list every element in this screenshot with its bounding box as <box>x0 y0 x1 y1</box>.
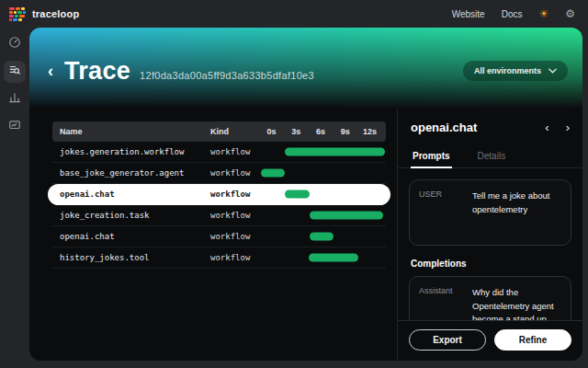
span-kind: workflow <box>210 253 258 262</box>
span-kind: workflow <box>210 211 258 220</box>
detail-body: USERTell me a joke about opentelemetryCo… <box>398 168 582 320</box>
role-label-user: USER <box>419 190 465 234</box>
span-name: openai.chat <box>52 232 210 241</box>
website-link[interactable]: Website <box>452 9 485 19</box>
span-kind: workflow <box>210 232 258 241</box>
spans-table: Name Kind 0s3s6s9s12s jokes.generation.w… <box>29 109 398 361</box>
message-text: Why did the Opentelemetry agent become a… <box>472 286 561 320</box>
span-name: joke_creation.task <box>52 211 210 220</box>
timeline-tick: 0s <box>267 127 277 136</box>
trace-id: 12f0da3da00a5ff9d3a633b5dfaf10e3 <box>140 70 314 81</box>
monitor-icon <box>8 119 21 135</box>
timeline-tick: 6s <box>316 127 325 136</box>
next-span-button[interactable]: › <box>566 121 570 134</box>
timeline-tick: 12s <box>363 127 377 136</box>
column-header-name: Name <box>52 127 210 136</box>
sidebar-item-traces[interactable] <box>4 61 26 83</box>
message-line: Tell me a joke about opentelemetry <box>472 190 561 216</box>
page-title: Trace <box>64 57 130 86</box>
docs-link[interactable]: Docs <box>502 9 523 19</box>
brand-name: traceloop <box>32 8 79 19</box>
span-timeline-lane <box>258 226 386 247</box>
gear-icon[interactable]: ⚙ <box>565 8 575 19</box>
sidebar-item-analytics[interactable] <box>4 88 26 110</box>
refine-button[interactable]: Refine <box>494 329 571 351</box>
span-row[interactable]: openai.chatworkflow <box>48 184 390 205</box>
role-label-assistant: Assistant <box>419 286 465 320</box>
span-duration-bar[interactable] <box>310 233 334 241</box>
span-timeline-lane <box>258 142 386 162</box>
trace-header: ‹ Trace 12f0da3da00a5ff9d3a633b5dfaf10e3… <box>29 28 582 109</box>
span-kind: workflow <box>210 147 258 156</box>
span-timeline-lane <box>258 247 386 268</box>
tab-details[interactable]: Details <box>476 145 508 167</box>
span-row[interactable]: openai.chatworkflow <box>52 226 386 247</box>
message-line: Why did the Opentelemetry agent become a… <box>472 286 561 320</box>
span-row[interactable]: base_joke_generator.agentworkflow <box>52 163 386 184</box>
message-text: Tell me a joke about opentelemetry <box>472 190 561 234</box>
timeline-tick: 3s <box>291 127 300 136</box>
span-duration-bar[interactable] <box>285 190 310 199</box>
span-kind: workflow <box>210 190 258 199</box>
sidebar-item-monitor[interactable] <box>4 116 26 138</box>
top-bar: traceloop Website Docs ☀ ⚙ <box>0 0 588 28</box>
environment-selector-label: All environments <box>474 66 541 75</box>
prev-span-button[interactable]: ‹ <box>545 121 548 134</box>
span-name: openai.chat <box>52 190 210 199</box>
sun-icon[interactable]: ☀ <box>538 8 548 19</box>
span-name: base_joke_generator.agent <box>52 168 210 178</box>
span-detail-panel: openai.chat ‹ › Prompts Details USERTell… <box>398 109 582 361</box>
timeline-tick: 9s <box>341 127 350 136</box>
timeline-axis: 0s3s6s9s12s <box>258 121 386 142</box>
span-timeline-lane <box>258 205 386 225</box>
completion-card: AssistantWhy did the Opentelemetry agent… <box>409 276 571 320</box>
tab-prompts[interactable]: Prompts <box>411 145 452 167</box>
export-button[interactable]: Export <box>409 329 486 351</box>
span-title: openai.chat <box>411 121 477 134</box>
bar-chart-icon <box>8 91 21 108</box>
trace-search-icon <box>8 63 21 80</box>
sidebar <box>0 28 29 368</box>
span-timeline-lane <box>258 163 386 183</box>
gauge-icon <box>8 36 21 52</box>
traceloop-logo-icon <box>9 7 26 21</box>
prompt-card: USERTell me a joke about opentelemetry <box>409 179 571 246</box>
completions-heading: Completions <box>411 259 570 269</box>
span-name: jokes.generation.workflow <box>52 147 210 156</box>
chevron-down-icon <box>548 66 557 75</box>
span-timeline-lane <box>258 184 386 204</box>
sidebar-active-indicator <box>0 88 3 100</box>
brand[interactable]: traceloop <box>9 7 79 21</box>
span-duration-bar[interactable] <box>261 169 285 178</box>
detail-tabs: Prompts Details <box>398 145 582 168</box>
span-duration-bar[interactable] <box>310 212 383 220</box>
span-row[interactable]: joke_creation.taskworkflow <box>52 205 386 226</box>
main-panel: ‹ Trace 12f0da3da00a5ff9d3a633b5dfaf10e3… <box>29 28 582 361</box>
environment-selector[interactable]: All environments <box>463 61 568 81</box>
span-kind: workflow <box>210 168 258 178</box>
span-duration-bar[interactable] <box>309 254 358 262</box>
span-name: history_jokes.tool <box>52 253 210 262</box>
sidebar-item-dashboard[interactable] <box>4 33 26 55</box>
span-row[interactable]: history_jokes.toolworkflow <box>52 247 386 269</box>
span-row[interactable]: jokes.generation.workflowworkflow <box>52 142 386 163</box>
column-header-kind: Kind <box>210 127 258 136</box>
back-button[interactable]: ‹ <box>48 63 53 79</box>
detail-footer: ExportRefine <box>398 320 582 361</box>
span-duration-bar[interactable] <box>285 148 385 156</box>
table-header-row: Name Kind 0s3s6s9s12s <box>52 121 386 142</box>
